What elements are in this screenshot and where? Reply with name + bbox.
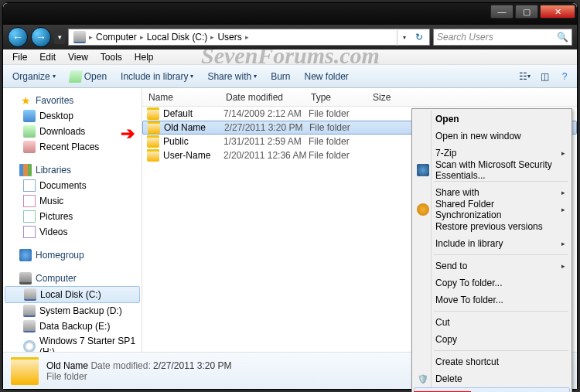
include-library-button[interactable]: Include in library▾ — [114, 68, 200, 85]
address-dropdown[interactable]: ▾ — [397, 29, 411, 46]
col-name[interactable]: Name — [142, 92, 220, 103]
navbar: ← → ▾ ▸ Computer ▸ Local Disk (C:) ▸ Use… — [3, 25, 577, 49]
ctx-open-new-window[interactable]: Open in new window — [414, 128, 570, 145]
view-options-button[interactable]: ☷ ▾ — [515, 68, 534, 85]
ctx-send-to[interactable]: Send to▸ — [414, 257, 570, 274]
toolbar: Organize▾ Open Include in library▾ Share… — [3, 65, 577, 88]
menubar: File Edit View Tools Help — [3, 49, 577, 65]
row-name: Public — [163, 136, 223, 147]
libraries-icon — [19, 164, 32, 176]
row-type: File folder — [309, 122, 371, 133]
maximize-button[interactable]: ▢ — [515, 5, 538, 19]
open-button[interactable]: Open — [63, 67, 113, 86]
new-folder-button[interactable]: New folder — [299, 68, 355, 85]
row-date: 1/31/2011 2:59 AM — [223, 136, 309, 147]
hdd-icon — [23, 305, 36, 317]
row-type: File folder — [309, 136, 370, 147]
sidebar-homegroup[interactable]: Homegroup — [3, 247, 142, 263]
disc-icon — [23, 340, 36, 352]
sidebar-item-data-backup-e[interactable]: Data Backup (E:) — [3, 319, 142, 334]
videos-icon — [23, 226, 36, 238]
ctx-scan-mse[interactable]: Scan with Microsoft Security Essentials.… — [414, 162, 570, 179]
menu-edit[interactable]: Edit — [33, 52, 62, 63]
close-button[interactable]: ✕ — [540, 5, 575, 19]
menu-view[interactable]: View — [62, 52, 94, 63]
sidebar-item-desktop[interactable]: Desktop — [3, 108, 142, 124]
col-type[interactable]: Type — [305, 92, 367, 103]
music-icon — [23, 195, 36, 207]
row-name: User-Name — [163, 150, 223, 161]
hdd-icon — [24, 288, 36, 301]
menu-tools[interactable]: Tools — [94, 52, 128, 63]
back-button[interactable]: ← — [8, 27, 28, 47]
titlebar: — ▢ ✕ — [3, 3, 577, 25]
ctx-create-shortcut[interactable]: Create shortcut — [414, 353, 570, 370]
help-button[interactable]: ? — [555, 68, 574, 85]
burn-button[interactable]: Burn — [264, 68, 296, 85]
search-input[interactable]: Search Users 🔍 — [433, 29, 572, 46]
recent-icon — [23, 141, 36, 153]
details-mod-label: Date modified: — [90, 360, 150, 371]
ctx-copy[interactable]: Copy — [414, 331, 570, 348]
organize-button[interactable]: Organize▾ — [6, 68, 62, 85]
ctx-move-to-folder[interactable]: Move To folder... — [414, 291, 570, 308]
ctx-copy-to-folder[interactable]: Copy To folder... — [414, 274, 570, 291]
sidebar-item-win7-starter-h[interactable]: Windows 7 Starter SP1 (H:) — [3, 334, 142, 352]
ctx-restore-previous[interactable]: Restore previous versions — [414, 218, 570, 235]
sidebar-item-videos[interactable]: Videos — [3, 224, 142, 240]
refresh-button[interactable]: ↻ — [411, 29, 428, 46]
share-with-button[interactable]: Share with▾ — [201, 68, 263, 85]
ctx-include-library[interactable]: Include in library▸ — [414, 235, 570, 252]
breadcrumb[interactable]: Users — [214, 32, 244, 43]
sidebar-favorites[interactable]: ★Favorites — [3, 93, 142, 108]
desktop-icon — [23, 110, 36, 122]
computer-icon — [19, 272, 32, 285]
col-size[interactable]: Size — [367, 92, 413, 103]
ctx-shared-folder-sync[interactable]: Shared Folder Synchronization▸ — [414, 201, 570, 218]
documents-icon — [23, 179, 36, 192]
sidebar-libraries[interactable]: Libraries — [3, 162, 142, 178]
search-placeholder: Search Users — [437, 32, 493, 43]
details-type: File folder — [46, 371, 87, 382]
preview-pane-button[interactable]: ◫ — [535, 68, 554, 85]
shield-icon: 🛡️ — [417, 373, 429, 385]
search-icon: 🔍 — [557, 32, 568, 43]
nav-history-dropdown[interactable]: ▾ — [54, 30, 65, 44]
downloads-icon — [23, 125, 36, 138]
address-bar[interactable]: ▸ Computer ▸ Local Disk (C:) ▸ Users ▸ ▾… — [68, 29, 430, 46]
hdd-icon — [23, 320, 36, 332]
ctx-cut[interactable]: Cut — [414, 314, 570, 331]
minimize-button[interactable]: — — [490, 5, 513, 19]
forward-button[interactable]: → — [31, 27, 51, 47]
open-icon — [69, 70, 83, 83]
ctx-delete[interactable]: 🛡️Delete — [414, 370, 570, 387]
sidebar-item-music[interactable]: Music — [3, 193, 142, 209]
sidebar-item-system-backup-d[interactable]: System Backup (D:) — [3, 303, 142, 319]
folder-icon — [11, 357, 39, 385]
sidebar-item-pictures[interactable]: Pictures — [3, 209, 142, 224]
row-name: Default — [163, 108, 223, 119]
sidebar-item-local-disk-c[interactable]: Local Disk (C:) — [5, 286, 140, 303]
pictures-icon — [23, 210, 36, 223]
star-icon: ★ — [19, 94, 32, 107]
breadcrumb[interactable]: Local Disk (C:) — [144, 32, 211, 43]
row-date: 2/20/2011 12:36 AM — [223, 150, 309, 161]
sidebar-item-documents[interactable]: Documents — [3, 178, 142, 193]
row-date: 7/14/2009 2:12 AM — [223, 108, 309, 119]
sync-icon — [417, 203, 429, 216]
chevron-right-icon[interactable]: ▸ — [245, 33, 249, 41]
col-date[interactable]: Date modified — [220, 92, 305, 103]
homegroup-icon — [19, 249, 32, 261]
context-menu: Open Open in new window 7-Zip▸ Scan with… — [411, 108, 572, 392]
breadcrumb[interactable]: Computer — [93, 32, 140, 43]
row-type: File folder — [309, 150, 370, 161]
ctx-open[interactable]: Open — [414, 111, 570, 128]
sidebar-computer[interactable]: Computer — [3, 271, 142, 286]
mse-icon — [417, 164, 429, 176]
folder-icon — [148, 121, 160, 134]
menu-file[interactable]: File — [6, 52, 33, 63]
location-icon — [73, 31, 86, 43]
folder-icon — [147, 135, 159, 148]
menu-help[interactable]: Help — [128, 52, 160, 63]
row-type: File folder — [309, 108, 370, 119]
